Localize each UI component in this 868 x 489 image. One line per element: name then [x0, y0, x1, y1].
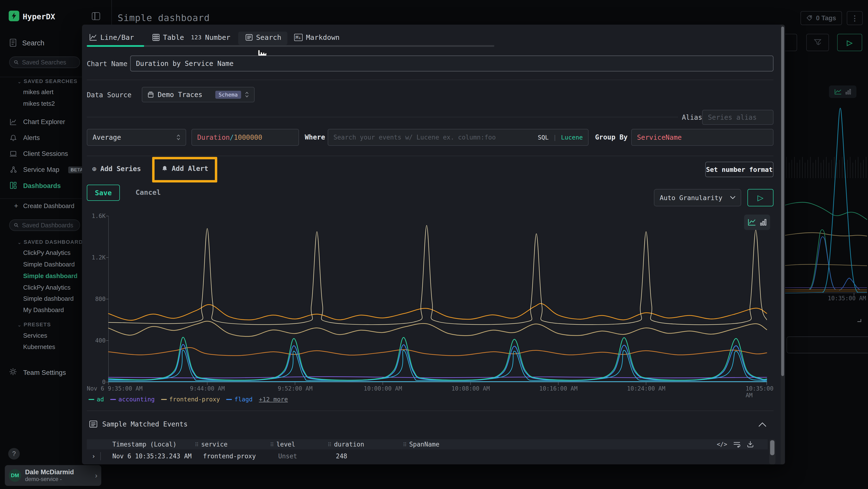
set-number-format-button[interactable]: Set number format [705, 162, 774, 177]
sidebar-item-dashboard[interactable]: My Dashboard [23, 306, 64, 314]
data-source-select[interactable]: Demo Traces Schema [142, 87, 255, 102]
expand-row-icon[interactable]: › [87, 453, 100, 460]
dashboards-icon [10, 181, 17, 190]
search-icon [14, 223, 19, 228]
alias-input[interactable] [702, 110, 774, 125]
group-by-input[interactable]: ServiceName [631, 129, 774, 146]
sidebar-item-service-map[interactable]: Service Map [23, 166, 59, 174]
sidebar-item-dashboard[interactable]: ClickPy Analytics [23, 249, 71, 257]
expr-field: Duration [197, 134, 230, 141]
add-alert-button[interactable]: Add Alert [161, 165, 208, 173]
add-series-button[interactable]: ⊕ Add Series [92, 165, 141, 173]
sql-toggle[interactable]: SQL [538, 134, 549, 141]
tab-markdown[interactable]: M↓ Markdown [294, 33, 340, 41]
granularity-select[interactable]: Auto Granularity [654, 189, 741, 206]
aggregation-select[interactable]: Average [87, 129, 186, 146]
col-duration[interactable]: ⠿duration [328, 441, 403, 448]
collapse-sidebar-icon[interactable] [92, 12, 100, 20]
sidebar-item-client-sessions[interactable]: Client Sessions [23, 150, 68, 157]
x-tick-label: 9:44:00 AM [190, 385, 225, 392]
where-search-input[interactable]: SQL | Lucene [328, 129, 589, 146]
sidebar-item-alerts[interactable]: Alerts [23, 134, 40, 142]
section-divider [87, 410, 774, 411]
field-expression-input[interactable]: Duration/1000000 [191, 129, 299, 146]
col-timestamp[interactable]: Timestamp (Local) [112, 441, 195, 448]
drag-handle-icon: ⠿ [328, 442, 332, 448]
col-service[interactable]: ⠿service [195, 441, 270, 448]
tab-table[interactable]: Table [152, 33, 184, 41]
kebab-menu-button[interactable]: ⋮ [847, 11, 863, 25]
modal-scrollbar-thumb[interactable] [781, 27, 784, 376]
run-chart-button[interactable]: ▷ [747, 189, 774, 206]
wrap-lines-icon[interactable] [734, 441, 741, 448]
events-table-row[interactable]: › Nov 6 10:35:23.243 AM frontend-proxy U… [87, 450, 768, 463]
sidebar-item-team-settings[interactable]: Team Settings [23, 369, 66, 376]
sidebar-item-dashboard-active[interactable]: Simple dashboard [23, 272, 78, 280]
x-tick-label: 10:16:00 AM [539, 385, 578, 392]
help-button[interactable]: ? [8, 448, 20, 460]
alias-divider [87, 117, 678, 117]
code-icon[interactable]: </> [717, 441, 727, 448]
user-card[interactable]: DM Dale McDiarmid demo-service - › [5, 465, 101, 486]
bg-panel [786, 337, 868, 353]
chevron-down-icon [730, 196, 735, 199]
sidebar-item-dashboard[interactable]: ClickPy Analytics [23, 284, 71, 291]
brand-name: HyperDX [23, 12, 55, 21]
tab-search[interactable]: Search [245, 33, 281, 41]
sidebar-item-search[interactable]: Search [22, 39, 44, 47]
sidebar-item-preset[interactable]: Services [23, 332, 47, 339]
table-scrollbar-thumb[interactable] [770, 440, 774, 455]
run-query-button[interactable]: ▷ [837, 34, 862, 51]
legend-item[interactable]: ad [89, 396, 104, 403]
tags-button[interactable]: 0 Tags [801, 11, 842, 25]
avatar: DM [9, 469, 21, 482]
col-spanname[interactable]: ⠿SpanName [403, 441, 717, 448]
drag-handle-icon: ⠿ [403, 442, 407, 448]
table-scrollbar[interactable] [769, 439, 775, 464]
chart-name-input[interactable] [130, 56, 774, 71]
saved-searches-input[interactable] [9, 56, 80, 68]
bg-chart-type-toggle[interactable] [829, 85, 857, 98]
schema-badge[interactable]: Schema [215, 91, 241, 99]
sidebar-item-dashboard[interactable]: Simple Dashboard [23, 261, 75, 268]
filter-button[interactable] [806, 34, 829, 51]
download-icon[interactable] [747, 441, 754, 448]
chevron-right-icon: › [95, 471, 97, 480]
sidebar-item-dashboards[interactable]: Dashboards [23, 182, 61, 190]
legend-item[interactable]: frontend-proxy [161, 396, 220, 403]
sidebar-item-saved-search[interactable]: mikes tets2 [23, 100, 55, 107]
x-tick-label: Nov 6 9:35:00 AM [87, 385, 143, 392]
database-icon [148, 91, 154, 98]
lucene-toggle[interactable]: Lucene [561, 134, 583, 141]
legend-item[interactable]: accounting [110, 396, 155, 403]
events-table-header: Timestamp (Local) ⠿service ⠿level ⠿durat… [87, 439, 768, 450]
modal-scrollbar[interactable] [781, 25, 784, 464]
background-mini-chart [785, 102, 868, 304]
select-chevrons-icon [177, 134, 180, 141]
save-button[interactable]: Save [87, 185, 120, 201]
tab-line-bar[interactable]: Line/Bar [89, 33, 134, 41]
chevron-down-icon[interactable]: ⌄ [18, 239, 22, 245]
cancel-button[interactable]: Cancel [135, 188, 161, 197]
sidebar-item-chart-explorer[interactable]: Chart Explorer [23, 118, 65, 126]
collapse-chevron-icon[interactable] [758, 422, 767, 427]
legend-item[interactable]: flagd [226, 396, 252, 403]
chevron-down-icon[interactable]: ⌄ [18, 79, 22, 84]
saved-dashboards-input[interactable] [9, 220, 80, 231]
col-level[interactable]: ⠿level [270, 441, 328, 448]
resize-handle[interactable] [858, 319, 861, 322]
tab-number[interactable]: 123 Number [191, 33, 230, 41]
sidebar-item-saved-search[interactable]: mikes alert [23, 88, 54, 96]
chevron-down-icon[interactable]: ⌄ [18, 322, 22, 328]
hyperdx-logo-icon[interactable] [9, 10, 19, 21]
search-nav-icon [10, 39, 17, 48]
sidebar-item-dashboard[interactable]: Simple dashboard [23, 295, 74, 303]
data-source-label: Data Source [87, 91, 131, 99]
expr-value: 1000000 [234, 134, 262, 141]
sidebar-item-preset[interactable]: Kubernetes [23, 343, 55, 351]
legend-more-link[interactable]: +12 more [259, 396, 288, 403]
filter-edit-icon [813, 38, 822, 47]
markdown-icon: M↓ [294, 34, 303, 41]
events-table-row-clipped[interactable]: › Nov 6 10:35:23.243 AM frontend-proxy U… [87, 463, 768, 464]
sidebar-item-create-dashboard[interactable]: Create Dashboard [23, 202, 74, 210]
